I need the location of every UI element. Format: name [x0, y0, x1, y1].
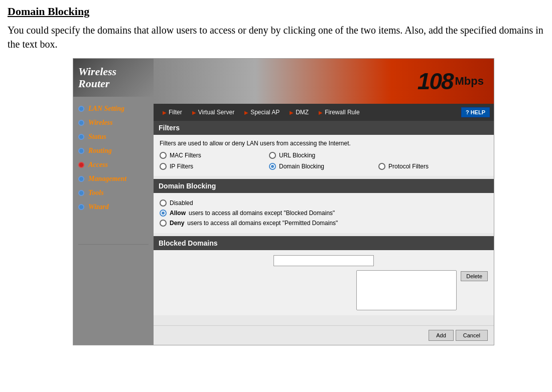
label-ap: Special AP — [250, 109, 280, 116]
domain-blocking-header: Domain Blocking — [154, 179, 494, 193]
blocked-input-row — [160, 255, 488, 266]
label-fw: Firewall Rule — [325, 109, 359, 116]
router-ui: Wireless Router LAN Setting Wireless Sta… — [73, 58, 494, 345]
sidebar-item-routing[interactable]: Routing — [73, 144, 154, 158]
sidebar-item-wizard[interactable]: Wizard — [73, 200, 154, 214]
label-mac: MAC Filters — [170, 152, 201, 159]
label-disabled: Disabled — [170, 200, 193, 207]
domain-blocking-section: Domain Blocking Disabled Allow users to … — [154, 179, 494, 233]
filters-section: Filters Filters are used to allow or den… — [154, 121, 494, 176]
nav-label-lan: LAN Setting — [88, 105, 124, 113]
blocked-domain-list[interactable] — [356, 270, 457, 310]
cancel-button[interactable]: Cancel — [456, 330, 488, 341]
spacer — [154, 315, 494, 325]
sidebar-item-lan-setting[interactable]: LAN Setting — [73, 102, 154, 116]
nav-filter[interactable]: ▶ Filter — [158, 109, 187, 116]
dot-blue-status — [78, 134, 84, 140]
help-icon: ? — [466, 109, 469, 115]
header-speed: 108 — [418, 68, 453, 95]
filter-spacer — [378, 151, 488, 160]
sidebar-bottom-line — [78, 244, 149, 245]
option-deny[interactable]: Deny users to access all domains except … — [160, 218, 488, 228]
header-mbps: Mbps — [455, 75, 484, 88]
radio-mac[interactable] — [160, 152, 167, 159]
domain-blocking-body: Disabled Allow users to access all domai… — [154, 193, 494, 233]
dot-blue-lan — [78, 106, 84, 112]
filter-domain[interactable]: Domain Blocking — [269, 162, 378, 171]
page-description: You could specify the domains that allow… — [8, 23, 544, 51]
radio-protocol[interactable] — [378, 163, 385, 170]
label-allow: Allow — [170, 210, 186, 217]
label-ip: IP Filters — [170, 163, 193, 170]
radio-domain[interactable] — [269, 163, 276, 170]
option-allow[interactable]: Allow users to access all domains except… — [160, 208, 488, 218]
sidebar-item-management[interactable]: Management — [73, 172, 154, 186]
filter-ip[interactable]: IP Filters — [160, 162, 269, 171]
radio-url[interactable] — [269, 152, 276, 159]
radio-ip[interactable] — [160, 163, 167, 170]
radio-allow[interactable] — [160, 210, 167, 217]
filter-url[interactable]: URL Blocking — [269, 151, 378, 160]
nav-label-tools: Tools — [88, 189, 104, 197]
dot-blue-management — [78, 176, 84, 182]
blocked-domains-header: Blocked Domains — [154, 236, 494, 250]
sidebar-item-wireless[interactable]: Wireless — [73, 116, 154, 130]
content-area: Filters Filters are used to allow or den… — [154, 121, 494, 345]
label-vs: Virtual Server — [198, 109, 234, 116]
label-allow-suffix: users to access all domains except "Bloc… — [189, 210, 335, 217]
filters-body: Filters are used to allow or deny LAN us… — [154, 135, 494, 176]
sidebar-nav: LAN Setting Wireless Status Routing Acce… — [73, 97, 154, 345]
nav-virtual-server[interactable]: ▶ Virtual Server — [187, 109, 239, 116]
arrow-fw: ▶ — [319, 110, 323, 115]
label-url: URL Blocking — [279, 152, 315, 159]
arrow-vs: ▶ — [192, 110, 196, 115]
option-disabled[interactable]: Disabled — [160, 198, 488, 208]
label-filter: Filter — [169, 109, 182, 116]
arrow-dmz: ▶ — [290, 110, 294, 115]
sidebar-item-tools[interactable]: Tools — [73, 186, 154, 200]
sidebar-item-status[interactable]: Status — [73, 130, 154, 144]
delete-button[interactable]: Delete — [461, 271, 488, 281]
filters-header: Filters — [154, 121, 494, 135]
header-banner: 108 Mbps — [154, 59, 494, 104]
label-dmz: DMZ — [296, 109, 309, 116]
radio-deny[interactable] — [160, 220, 167, 227]
blocked-list-row: Delete — [160, 270, 488, 310]
logo-line1: Wireless — [78, 65, 116, 78]
label-deny: Deny — [170, 220, 184, 227]
add-button[interactable]: Add — [429, 330, 454, 341]
nav-label-routing: Routing — [88, 147, 112, 155]
blocked-domains-body: Delete — [154, 250, 494, 315]
logo-line2: Router — [78, 77, 109, 90]
nav-special-ap[interactable]: ▶ Special AP — [239, 109, 285, 116]
nav-dmz[interactable]: ▶ DMZ — [285, 109, 314, 116]
label-protocol: Protocol Filters — [388, 163, 429, 170]
label-deny-suffix: users to access all domains except "Perm… — [187, 220, 338, 227]
filters-description: Filters are used to allow or deny LAN us… — [160, 140, 488, 147]
blocked-domains-section: Blocked Domains Delete — [154, 236, 494, 315]
sidebar: Wireless Router LAN Setting Wireless Sta… — [73, 59, 154, 345]
arrow-ap: ▶ — [244, 110, 248, 115]
page-title: Domain Blocking — [8, 5, 544, 18]
nav-firewall-rule[interactable]: ▶ Firewall Rule — [314, 109, 364, 116]
filter-mac[interactable]: MAC Filters — [160, 151, 269, 160]
sidebar-logo: Wireless Router — [73, 59, 154, 97]
nav-label-wizard: Wizard — [88, 203, 109, 211]
arrow-filter: ▶ — [163, 110, 167, 115]
sidebar-item-access[interactable]: Access — [73, 158, 154, 172]
dot-red-access — [78, 162, 84, 168]
dot-blue-tools — [78, 190, 84, 196]
radio-disabled[interactable] — [160, 200, 167, 207]
blocked-domain-input[interactable] — [273, 255, 374, 266]
dot-blue-routing — [78, 148, 84, 154]
filter-protocol[interactable]: Protocol Filters — [378, 162, 488, 171]
top-nav-bar: ▶ Filter ▶ Virtual Server ▶ Special AP ▶… — [154, 104, 494, 121]
dot-blue-wizard — [78, 204, 84, 210]
nav-label-wireless: Wireless — [88, 119, 112, 127]
help-label: HELP — [471, 109, 485, 115]
main-content: 108 Mbps ▶ Filter ▶ Virtual Server ▶ Spe… — [154, 59, 494, 345]
label-domain: Domain Blocking — [279, 163, 324, 170]
filter-options-grid: MAC Filters URL Blocking IP Filters — [160, 151, 488, 171]
help-button[interactable]: ? HELP — [461, 107, 490, 117]
dot-blue-wireless — [78, 120, 84, 126]
